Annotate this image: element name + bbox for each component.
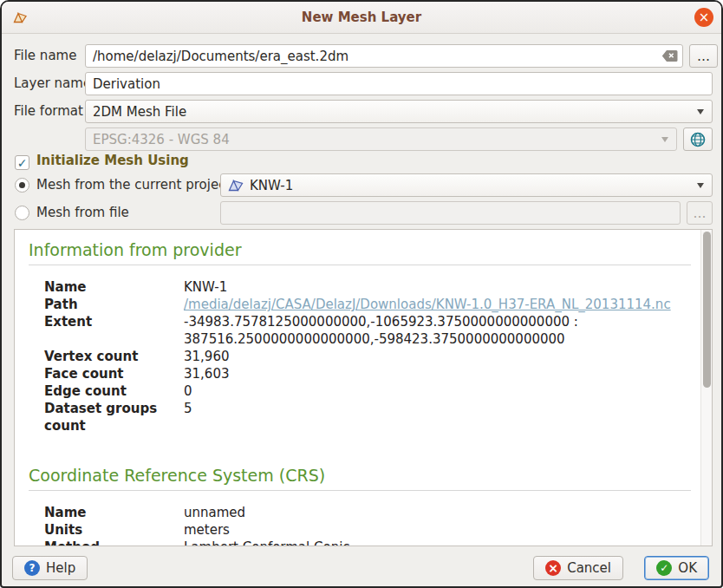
info-label: Name bbox=[44, 504, 184, 521]
file-name-browse-button[interactable]: … bbox=[689, 44, 718, 68]
file-format-combo[interactable]: 2DM Mesh File bbox=[85, 100, 713, 123]
chevron-down-icon bbox=[697, 183, 704, 188]
mesh-from-project-label[interactable]: Mesh from the current project bbox=[36, 173, 231, 197]
new-mesh-layer-dialog: New Mesh Layer × File name … Layer name … bbox=[0, 0, 723, 588]
chevron-down-icon bbox=[697, 109, 704, 114]
provider-heading: Information from provider bbox=[29, 240, 694, 259]
info-label: Face count bbox=[44, 365, 184, 382]
ok-button[interactable]: ✓ OK bbox=[644, 556, 709, 580]
help-button[interactable]: ? Help bbox=[12, 556, 88, 580]
info-label: Edge count bbox=[44, 382, 184, 400]
mesh-from-project-radio[interactable] bbox=[15, 178, 29, 193]
crs-globe-icon bbox=[689, 131, 707, 148]
project-mesh-value: KNW-1 bbox=[250, 178, 293, 193]
file-name-field-wrap bbox=[85, 44, 683, 68]
info-value: Lambert Conformal Conic bbox=[184, 539, 694, 546]
mesh-information-content: Information from provider Name KNW-1 Pat… bbox=[15, 230, 700, 546]
info-value: KNW-1 bbox=[184, 278, 694, 296]
crs-info-table: Name unnamed Units meters Method Lambert… bbox=[44, 504, 694, 546]
project-mesh-combo[interactable]: KNW-1 bbox=[220, 173, 713, 197]
crs-combo: EPSG:4326 - WGS 84 bbox=[85, 127, 677, 151]
info-value: 5 bbox=[184, 400, 694, 434]
cancel-icon: × bbox=[545, 560, 561, 576]
ok-button-label: OK bbox=[678, 560, 697, 576]
mesh-file-browse-button: … bbox=[687, 201, 713, 225]
extent-line-2: 387516.2500000000000000,-598423.37500000… bbox=[184, 330, 694, 348]
layer-name-label: Layer name bbox=[14, 72, 91, 95]
info-value: -34983.7578125000000000,-1065923.3750000… bbox=[184, 313, 694, 348]
layer-name-field-wrap bbox=[85, 72, 713, 95]
file-format-value: 2DM Mesh File bbox=[93, 104, 186, 120]
file-format-label: File format bbox=[14, 100, 83, 123]
mesh-information-panel[interactable]: Information from provider Name KNW-1 Pat… bbox=[14, 229, 713, 546]
file-name-input[interactable] bbox=[85, 44, 683, 68]
crs-heading: Coordinate Reference System (CRS) bbox=[29, 466, 694, 485]
mesh-file-field-wrap bbox=[220, 201, 681, 225]
help-icon: ? bbox=[24, 560, 40, 576]
path-link[interactable]: /media/delazj/CASA/DelazJ/Downloads/KNW-… bbox=[184, 296, 694, 313]
chevron-down-icon bbox=[661, 137, 668, 142]
clear-text-icon[interactable] bbox=[661, 49, 678, 66]
info-label: Dataset groups count bbox=[44, 400, 184, 434]
heading-rule bbox=[29, 490, 691, 491]
info-label: Units bbox=[44, 521, 184, 539]
cancel-button-label: Cancel bbox=[567, 560, 611, 576]
mesh-from-file-radio[interactable] bbox=[15, 206, 29, 220]
info-label: Path bbox=[44, 296, 184, 313]
ok-icon: ✓ bbox=[656, 560, 672, 576]
heading-rule bbox=[29, 265, 691, 265]
mesh-file-input bbox=[220, 201, 681, 225]
info-value: 0 bbox=[184, 382, 694, 400]
crs-select-button[interactable] bbox=[683, 127, 713, 151]
info-value: meters bbox=[184, 521, 694, 539]
vertical-scrollbar[interactable] bbox=[700, 230, 712, 546]
close-icon: × bbox=[699, 11, 710, 24]
help-button-label: Help bbox=[46, 560, 75, 576]
info-label: Vertex count bbox=[44, 348, 184, 365]
info-label: Method bbox=[44, 539, 184, 546]
initialize-mesh-checkbox[interactable]: ✓ bbox=[15, 155, 29, 170]
crs-value: EPSG:4326 - WGS 84 bbox=[93, 132, 230, 147]
info-label: Extent bbox=[44, 313, 184, 348]
close-button[interactable]: × bbox=[694, 8, 713, 27]
titlebar: New Mesh Layer × bbox=[2, 2, 721, 34]
provider-info-table: Name KNW-1 Path /media/delazj/CASA/Delaz… bbox=[44, 278, 694, 434]
scrollbar-thumb[interactable] bbox=[703, 232, 711, 388]
mesh-from-file-label[interactable]: Mesh from file bbox=[36, 201, 129, 225]
info-label: Name bbox=[44, 278, 184, 296]
initialize-mesh-label[interactable]: Initialize Mesh Using bbox=[36, 149, 189, 173]
window-title: New Mesh Layer bbox=[2, 2, 721, 34]
mesh-layer-icon bbox=[228, 178, 244, 193]
info-value: 31,603 bbox=[184, 365, 694, 382]
info-value: 31,960 bbox=[184, 348, 694, 365]
layer-name-input[interactable] bbox=[85, 72, 713, 95]
file-name-label: File name bbox=[14, 44, 76, 68]
info-value: unnamed bbox=[184, 504, 694, 521]
cancel-button[interactable]: × Cancel bbox=[533, 556, 623, 580]
extent-line-1: -34983.7578125000000000,-1065923.3750000… bbox=[184, 313, 694, 330]
checkbox-check-icon: ✓ bbox=[17, 157, 28, 169]
